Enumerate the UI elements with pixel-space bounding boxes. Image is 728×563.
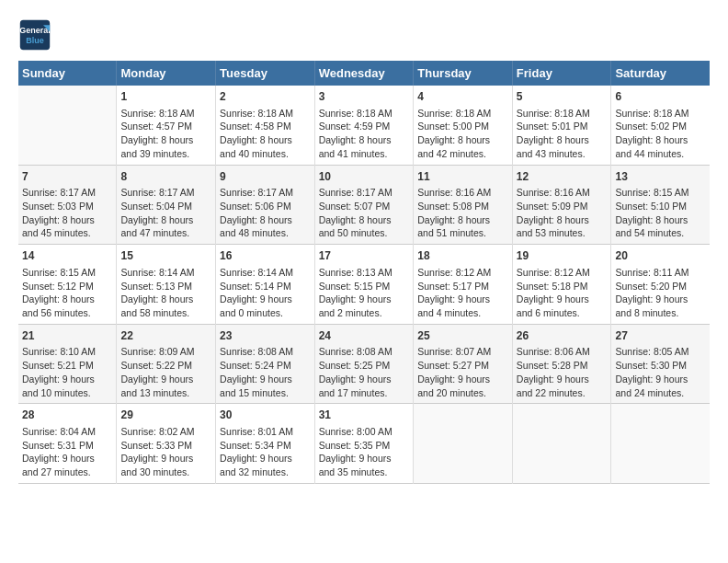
day-info: Sunrise: 8:06 AM Sunset: 5:28 PM Dayligh…	[517, 345, 608, 399]
calendar-cell	[414, 404, 513, 484]
day-info: Sunrise: 8:02 AM Sunset: 5:33 PM Dayligh…	[120, 425, 211, 479]
day-number: 9	[220, 169, 311, 185]
header-friday: Friday	[512, 61, 611, 86]
day-number: 16	[220, 248, 311, 264]
header-thursday: Thursday	[414, 61, 513, 86]
day-info: Sunrise: 8:10 AM Sunset: 5:21 PM Dayligh…	[22, 345, 112, 399]
day-info: Sunrise: 8:18 AM Sunset: 5:02 PM Dayligh…	[615, 107, 706, 161]
day-info: Sunrise: 8:18 AM Sunset: 4:58 PM Dayligh…	[220, 107, 311, 161]
day-info: Sunrise: 8:12 AM Sunset: 5:18 PM Dayligh…	[517, 266, 608, 320]
calendar-cell: 7Sunrise: 8:17 AM Sunset: 5:03 PM Daylig…	[18, 165, 117, 245]
calendar-cell: 25Sunrise: 8:07 AM Sunset: 5:27 PM Dayli…	[414, 324, 513, 404]
day-number: 4	[417, 89, 508, 105]
day-number: 6	[615, 89, 706, 105]
day-number: 25	[417, 328, 508, 344]
header-saturday: Saturday	[611, 61, 710, 86]
calendar-week-4: 21Sunrise: 8:10 AM Sunset: 5:21 PM Dayli…	[18, 324, 710, 404]
day-number: 17	[319, 248, 410, 264]
day-info: Sunrise: 8:12 AM Sunset: 5:17 PM Dayligh…	[417, 266, 508, 320]
calendar-cell: 5Sunrise: 8:18 AM Sunset: 5:01 PM Daylig…	[512, 86, 611, 165]
day-number: 28	[22, 408, 112, 423]
calendar-cell: 1Sunrise: 8:18 AM Sunset: 4:57 PM Daylig…	[117, 86, 216, 165]
calendar-cell: 4Sunrise: 8:18 AM Sunset: 5:00 PM Daylig…	[414, 86, 513, 165]
logo-icon: General Blue	[18, 18, 51, 52]
calendar-cell: 17Sunrise: 8:13 AM Sunset: 5:15 PM Dayli…	[314, 245, 414, 325]
day-number: 21	[22, 328, 112, 344]
day-number: 3	[319, 89, 410, 105]
day-info: Sunrise: 8:08 AM Sunset: 5:25 PM Dayligh…	[319, 345, 410, 399]
day-number: 23	[220, 328, 311, 344]
day-number: 31	[319, 408, 410, 423]
calendar-cell: 19Sunrise: 8:12 AM Sunset: 5:18 PM Dayli…	[512, 245, 611, 325]
day-info: Sunrise: 8:00 AM Sunset: 5:35 PM Dayligh…	[319, 425, 410, 479]
calendar-cell: 6Sunrise: 8:18 AM Sunset: 5:02 PM Daylig…	[611, 86, 710, 165]
calendar-cell: 14Sunrise: 8:15 AM Sunset: 5:12 PM Dayli…	[18, 245, 117, 325]
day-number: 19	[517, 248, 608, 264]
calendar-week-1: 1Sunrise: 8:18 AM Sunset: 4:57 PM Daylig…	[18, 86, 710, 165]
day-number: 8	[120, 169, 211, 185]
calendar-cell: 18Sunrise: 8:12 AM Sunset: 5:17 PM Dayli…	[414, 245, 513, 325]
calendar-cell: 27Sunrise: 8:05 AM Sunset: 5:30 PM Dayli…	[611, 324, 710, 404]
calendar-cell: 28Sunrise: 8:04 AM Sunset: 5:31 PM Dayli…	[18, 404, 117, 484]
day-info: Sunrise: 8:08 AM Sunset: 5:24 PM Dayligh…	[220, 345, 311, 399]
calendar-cell: 30Sunrise: 8:01 AM Sunset: 5:34 PM Dayli…	[216, 404, 315, 484]
calendar-cell: 11Sunrise: 8:16 AM Sunset: 5:08 PM Dayli…	[414, 165, 513, 245]
day-info: Sunrise: 8:01 AM Sunset: 5:34 PM Dayligh…	[220, 425, 311, 479]
calendar-cell: 9Sunrise: 8:17 AM Sunset: 5:06 PM Daylig…	[216, 165, 315, 245]
day-number: 1	[120, 89, 211, 105]
calendar-cell: 29Sunrise: 8:02 AM Sunset: 5:33 PM Dayli…	[117, 404, 216, 484]
day-info: Sunrise: 8:18 AM Sunset: 5:00 PM Dayligh…	[417, 107, 508, 161]
day-number: 11	[417, 169, 508, 185]
day-info: Sunrise: 8:11 AM Sunset: 5:20 PM Dayligh…	[615, 266, 706, 320]
logo: General Blue	[18, 18, 55, 52]
day-info: Sunrise: 8:14 AM Sunset: 5:14 PM Dayligh…	[220, 266, 311, 320]
calendar-cell	[611, 404, 710, 484]
calendar-table: SundayMondayTuesdayWednesdayThursdayFrid…	[18, 61, 710, 484]
day-number: 15	[120, 248, 211, 264]
day-number: 30	[220, 408, 311, 423]
calendar-cell: 21Sunrise: 8:10 AM Sunset: 5:21 PM Dayli…	[18, 324, 117, 404]
day-info: Sunrise: 8:16 AM Sunset: 5:08 PM Dayligh…	[417, 186, 508, 240]
day-number: 5	[517, 89, 608, 105]
day-info: Sunrise: 8:15 AM Sunset: 5:10 PM Dayligh…	[615, 186, 706, 240]
day-info: Sunrise: 8:05 AM Sunset: 5:30 PM Dayligh…	[615, 345, 706, 399]
calendar-week-2: 7Sunrise: 8:17 AM Sunset: 5:03 PM Daylig…	[18, 165, 710, 245]
day-number: 7	[22, 169, 112, 185]
calendar-cell: 23Sunrise: 8:08 AM Sunset: 5:24 PM Dayli…	[216, 324, 315, 404]
day-info: Sunrise: 8:17 AM Sunset: 5:03 PM Dayligh…	[22, 186, 112, 240]
calendar-cell: 20Sunrise: 8:11 AM Sunset: 5:20 PM Dayli…	[611, 245, 710, 325]
day-info: Sunrise: 8:14 AM Sunset: 5:13 PM Dayligh…	[120, 266, 211, 320]
calendar-cell: 13Sunrise: 8:15 AM Sunset: 5:10 PM Dayli…	[611, 165, 710, 245]
day-number: 12	[517, 169, 608, 185]
svg-text:Blue: Blue	[26, 36, 44, 45]
day-number: 10	[319, 169, 410, 185]
calendar-cell: 26Sunrise: 8:06 AM Sunset: 5:28 PM Dayli…	[512, 324, 611, 404]
calendar-cell	[512, 404, 611, 484]
day-info: Sunrise: 8:18 AM Sunset: 5:01 PM Dayligh…	[517, 107, 608, 161]
calendar-cell: 3Sunrise: 8:18 AM Sunset: 4:59 PM Daylig…	[314, 86, 414, 165]
day-info: Sunrise: 8:09 AM Sunset: 5:22 PM Dayligh…	[120, 345, 211, 399]
day-number: 13	[615, 169, 706, 185]
page-header: General Blue	[18, 18, 710, 52]
calendar-cell: 22Sunrise: 8:09 AM Sunset: 5:22 PM Dayli…	[117, 324, 216, 404]
day-number: 26	[517, 328, 608, 344]
calendar-cell: 31Sunrise: 8:00 AM Sunset: 5:35 PM Dayli…	[314, 404, 414, 484]
calendar-cell: 8Sunrise: 8:17 AM Sunset: 5:04 PM Daylig…	[117, 165, 216, 245]
header-monday: Monday	[117, 61, 216, 86]
calendar-cell: 12Sunrise: 8:16 AM Sunset: 5:09 PM Dayli…	[512, 165, 611, 245]
day-number: 22	[120, 328, 211, 344]
day-info: Sunrise: 8:18 AM Sunset: 4:57 PM Dayligh…	[120, 107, 211, 161]
day-info: Sunrise: 8:07 AM Sunset: 5:27 PM Dayligh…	[417, 345, 508, 399]
day-number: 14	[22, 248, 112, 264]
calendar-cell: 10Sunrise: 8:17 AM Sunset: 5:07 PM Dayli…	[314, 165, 414, 245]
day-number: 29	[120, 408, 211, 423]
day-info: Sunrise: 8:17 AM Sunset: 5:07 PM Dayligh…	[319, 186, 410, 240]
header-sunday: Sunday	[18, 61, 117, 86]
calendar-cell	[18, 86, 117, 165]
day-info: Sunrise: 8:16 AM Sunset: 5:09 PM Dayligh…	[517, 186, 608, 240]
calendar-header-row: SundayMondayTuesdayWednesdayThursdayFrid…	[18, 61, 710, 86]
calendar-cell: 2Sunrise: 8:18 AM Sunset: 4:58 PM Daylig…	[216, 86, 315, 165]
calendar-week-5: 28Sunrise: 8:04 AM Sunset: 5:31 PM Dayli…	[18, 404, 710, 484]
day-info: Sunrise: 8:17 AM Sunset: 5:04 PM Dayligh…	[120, 186, 211, 240]
day-info: Sunrise: 8:17 AM Sunset: 5:06 PM Dayligh…	[220, 186, 311, 240]
